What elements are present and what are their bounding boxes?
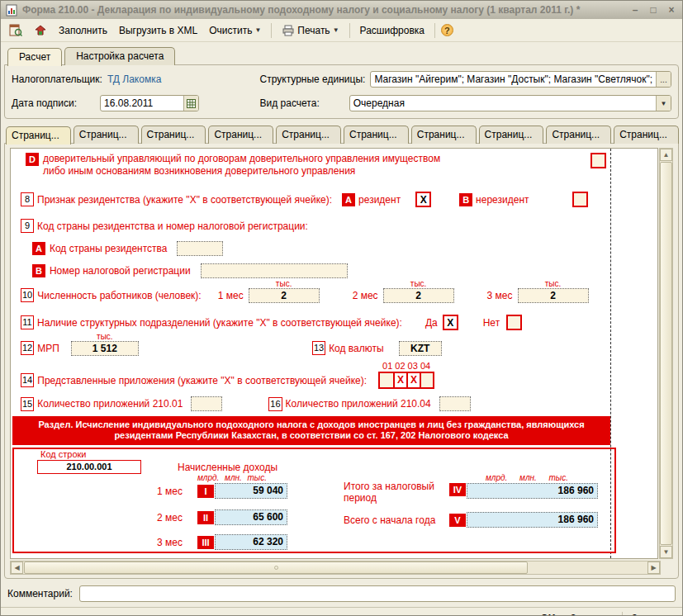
workers-month3-field[interactable]: 2 bbox=[518, 288, 589, 303]
taxpayer-link[interactable]: ТД Лакомка bbox=[107, 73, 161, 85]
minimize-button[interactable]: – bbox=[629, 4, 641, 16]
mrp-field[interactable]: 1 512 bbox=[71, 341, 139, 356]
appendix-210-01-count-field[interactable] bbox=[191, 396, 222, 411]
line-8-label: Признак резидентства (укажите "X" в соот… bbox=[37, 194, 332, 206]
close-button[interactable]: × bbox=[666, 4, 677, 16]
workers-month2-field[interactable]: 2 bbox=[383, 288, 454, 303]
clear-button[interactable]: Очистить▼ bbox=[205, 22, 265, 39]
page-tab-3[interactable]: Страниц... bbox=[141, 126, 206, 144]
app-window: Форма 210.00 - Декларация по индивидуаль… bbox=[0, 0, 683, 616]
income-total-period-field[interactable]: 186 960 bbox=[467, 483, 598, 499]
income-month1-field[interactable]: 59 040 bbox=[215, 483, 287, 499]
income-roman-ii: II bbox=[197, 511, 214, 524]
toolbar: Заполнить Выгрузить в XML Очистить▼ Печа… bbox=[1, 19, 682, 42]
help-icon[interactable]: ? bbox=[441, 24, 453, 36]
clear-label: Очистить bbox=[209, 25, 252, 36]
chevron-down-icon[interactable]: ▼ bbox=[656, 96, 671, 111]
sign-date-input[interactable] bbox=[101, 96, 183, 111]
toolbar-separator bbox=[434, 23, 435, 38]
income-total-year-field[interactable]: 186 960 bbox=[467, 512, 598, 528]
workers-month1-field[interactable]: 2 bbox=[249, 288, 320, 303]
comment-field[interactable] bbox=[79, 585, 676, 602]
line-d-code: D bbox=[26, 153, 39, 166]
calc-type-label: Вид расчета: bbox=[260, 97, 320, 109]
total-period-label: Итого за налоговый период bbox=[344, 481, 441, 504]
page-tab-2[interactable]: Страниц... bbox=[74, 126, 139, 144]
month2-label: 2 мес bbox=[353, 290, 378, 301]
tab-raschet[interactable]: Расчет bbox=[7, 48, 62, 66]
calendar-icon[interactable] bbox=[183, 96, 198, 111]
nonresident-checkbox[interactable] bbox=[572, 192, 588, 207]
thousands-label: тыс. bbox=[545, 280, 562, 288]
appendix-03-cell[interactable]: X bbox=[406, 373, 420, 387]
print-button[interactable]: Печать▼ bbox=[277, 21, 343, 40]
month3-label: 3 мес bbox=[487, 290, 513, 301]
resident-checkbox[interactable]: X bbox=[415, 192, 431, 207]
maximize-button[interactable]: □ bbox=[647, 4, 659, 16]
page-tab-8[interactable]: Страниц... bbox=[479, 126, 544, 144]
page-tab-7[interactable]: Страниц... bbox=[411, 126, 477, 144]
tab-nastroika-rascheta[interactable]: Настройка расчета bbox=[64, 47, 175, 65]
income-roman-iv: IV bbox=[449, 483, 466, 496]
tax-reg-number-field[interactable] bbox=[201, 263, 348, 278]
page-tab-4[interactable]: Страниц... bbox=[208, 126, 273, 144]
line-d-text: доверительный управляющий по договорам д… bbox=[43, 153, 440, 178]
line-code-label: Код строки bbox=[40, 449, 87, 459]
printer-icon bbox=[282, 24, 295, 37]
subdivisions-no-checkbox[interactable] bbox=[506, 315, 522, 330]
page-tab-1[interactable]: Страниц... bbox=[6, 126, 71, 145]
month1-label: 1 мес bbox=[218, 290, 244, 301]
vertical-scroll-thumb[interactable] bbox=[660, 162, 672, 545]
line-16-number: 16 bbox=[268, 397, 282, 411]
line-9-label: Код страны резидентства и номер налогово… bbox=[37, 220, 308, 232]
country-code-field[interactable] bbox=[177, 241, 223, 256]
yes-label: Да bbox=[425, 317, 438, 329]
comment-label: Комментарий: bbox=[7, 588, 73, 599]
appendix-04-cell[interactable] bbox=[420, 373, 433, 387]
scroll-left-icon[interactable]: ◀ bbox=[11, 562, 23, 574]
scroll-down-icon[interactable]: ▼ bbox=[660, 546, 672, 558]
page-tab-10[interactable]: Страниц... bbox=[614, 126, 679, 144]
income-roman-v: V bbox=[449, 514, 466, 527]
structural-units-value: Магазин "Айгерим"; Магазин "Достык"; Маг… bbox=[371, 73, 656, 85]
appendix-02-cell[interactable]: X bbox=[393, 373, 406, 387]
header-panel: Налогоплательщик: ТД Лакомка Структурные… bbox=[4, 64, 679, 119]
page-tab-5[interactable]: Страниц... bbox=[276, 126, 341, 144]
ok-button[interactable]: OK bbox=[535, 611, 562, 616]
appendix-cells: X X bbox=[378, 372, 434, 389]
comment-input[interactable] bbox=[80, 586, 675, 601]
footer-separator bbox=[622, 612, 623, 616]
export-xml-button[interactable]: Выгрузить в XML bbox=[115, 22, 202, 39]
decrypt-button[interactable]: Расшифровка bbox=[356, 22, 429, 39]
total-year-label: Всего с начала года bbox=[344, 514, 441, 526]
open-form-button[interactable] bbox=[5, 21, 26, 40]
appendix-210-04-count-field[interactable] bbox=[439, 396, 471, 411]
page-tab-6[interactable]: Страниц... bbox=[344, 126, 409, 144]
horizontal-scrollbar[interactable]: ◀ ▶ bbox=[10, 561, 661, 575]
line-d-checkbox[interactable] bbox=[591, 153, 606, 168]
settings-button[interactable] bbox=[30, 21, 51, 40]
vertical-scrollbar[interactable]: ▲ ▼ bbox=[659, 148, 673, 559]
sign-date-label: Дата подписи: bbox=[12, 97, 77, 109]
mrp-label: МРП bbox=[37, 343, 59, 354]
sign-date-field[interactable] bbox=[100, 95, 199, 111]
income-month3-field[interactable]: 62 320 bbox=[215, 534, 287, 550]
save-button[interactable]: Записать bbox=[565, 611, 619, 616]
appendix-01-cell[interactable] bbox=[380, 373, 393, 387]
page-tab-9[interactable]: Страниц... bbox=[546, 126, 611, 144]
currency-code-field[interactable]: KZT bbox=[399, 341, 442, 356]
calc-type-combobox[interactable]: Очередная ▼ bbox=[349, 95, 671, 111]
horizontal-scroll-thumb[interactable] bbox=[24, 562, 528, 574]
close-form-button[interactable]: Закрыть bbox=[626, 611, 676, 616]
structural-units-label: Структурные единицы: bbox=[260, 73, 366, 85]
scroll-right-icon[interactable]: ▶ bbox=[647, 562, 660, 574]
fill-button[interactable]: Заполнить bbox=[55, 22, 111, 39]
scroll-up-icon[interactable]: ▲ bbox=[660, 149, 672, 161]
structural-units-field[interactable]: Магазин "Айгерим"; Магазин "Достык"; Маг… bbox=[370, 71, 671, 88]
line-code-field[interactable]: 210.00.001 bbox=[37, 460, 141, 474]
line-9-number: 9 bbox=[21, 219, 34, 233]
income-month2-field[interactable]: 65 600 bbox=[215, 509, 287, 525]
subdivisions-yes-checkbox[interactable]: X bbox=[443, 315, 458, 330]
line-9a-code: A bbox=[32, 242, 45, 255]
ellipsis-button[interactable]: ... bbox=[656, 72, 671, 87]
